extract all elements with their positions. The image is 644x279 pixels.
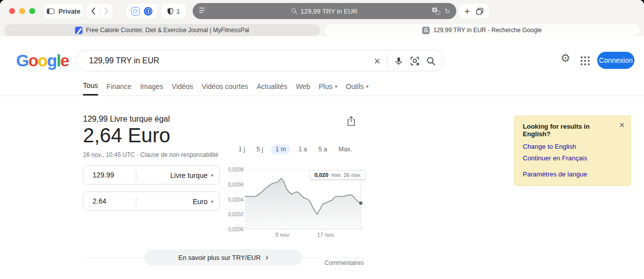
y-axis-tick-label: 0,0202 (224, 212, 244, 217)
privacy-report-badge[interactable]: 1 (161, 4, 186, 19)
browser-window: Private 1 (0, 0, 644, 279)
change-to-english-link[interactable]: Change to English (523, 143, 622, 150)
chevron-right-icon: › (266, 253, 268, 261)
google-apps-icon[interactable] (581, 56, 590, 65)
extensions-group (126, 4, 157, 19)
chevron-down-icon: ▾ (211, 173, 213, 178)
myfitnesspal-favicon (75, 27, 83, 34)
language-notice-box: ✕ Looking for results in English? Change… (514, 116, 631, 186)
mic-icon[interactable] (394, 56, 404, 66)
search-icon (291, 8, 297, 14)
private-browsing-badge[interactable]: Private (44, 4, 84, 19)
conversion-result: 2,64 Euro (83, 124, 170, 147)
chevron-right-icon (104, 8, 109, 15)
chevron-left-icon (91, 8, 96, 15)
range-button-5-j[interactable]: 5 j (253, 144, 267, 154)
range-button-1-j[interactable]: 1 j (235, 144, 249, 154)
y-axis-tick-label: 0,0200 (224, 227, 244, 232)
range-button-1-a[interactable]: 1 a (295, 144, 310, 154)
search-extension-icon[interactable] (131, 7, 140, 16)
browser-tab-google-search[interactable]: G 129,99 TRY in EUR - Recherche Google (324, 24, 640, 36)
reload-icon[interactable]: ↻ (444, 8, 450, 15)
browser-tab-myfitnesspal[interactable]: Free Calorie Counter, Diet & Exercise Jo… (4, 24, 320, 36)
range-button-1-m[interactable]: 1 m (271, 144, 291, 154)
close-icon[interactable]: ✕ (619, 122, 625, 129)
continue-in-french-link[interactable]: Continuer en Français (523, 154, 622, 162)
logo-letter: e (60, 51, 69, 70)
tab-actions-group: + (459, 4, 489, 19)
search-nav-tabs: TousFinanceImagesVidéosVidéos courtesAct… (83, 81, 369, 96)
chevron-down-icon: ▾ (366, 84, 369, 89)
logo-letter: o (28, 51, 38, 70)
tab-strip: Free Calorie Counter, Diet & Exercise Jo… (0, 22, 644, 36)
nav-tab-finance[interactable]: Finance (107, 81, 132, 96)
disclaimer-link[interactable]: Clause de non-responsabilité (140, 151, 218, 158)
logo-letter: o (38, 51, 47, 70)
share-icon[interactable] (346, 116, 356, 129)
reader-mode-icon[interactable] (199, 8, 205, 13)
conversion-timestamp: 26 nov., 10:45 UTC · Clause de non-respo… (83, 151, 218, 158)
forward-button[interactable] (100, 8, 113, 15)
language-settings-link[interactable]: Paramètres de langue (523, 170, 622, 178)
new-tab-button[interactable]: + (464, 7, 470, 16)
currency-to-select[interactable]: Euro ▾ (193, 192, 213, 211)
tab-title: Free Calorie Counter, Diet & Exercise Jo… (86, 27, 250, 34)
maximize-window-button[interactable] (29, 8, 35, 14)
chart-tooltip: 0,020 mer. 26 nov. (310, 170, 366, 179)
chevron-down-icon: ▾ (211, 199, 213, 204)
nav-tab-vid-os-courtes[interactable]: Vidéos courtes (202, 81, 248, 96)
nav-tab-vid-os[interactable]: Vidéos (172, 81, 193, 96)
nav-tab-web[interactable]: Web (296, 81, 310, 96)
chart-range-buttons: 1 j5 j1 m1 a5 aMax. (235, 144, 356, 154)
lens-icon[interactable] (410, 56, 420, 66)
history-nav-group (87, 4, 113, 19)
search-input[interactable]: 129,99 TRY in EUR (89, 56, 159, 65)
search-submit-icon[interactable] (426, 56, 436, 66)
logo-letter: G (16, 51, 28, 70)
amount-to-input[interactable] (92, 197, 134, 206)
learn-more-button[interactable]: En savoir plus sur TRY/EUR › (144, 249, 302, 265)
y-axis-tick-label: 0,0206 (224, 182, 244, 188)
close-window-button[interactable] (9, 8, 15, 14)
clear-search-icon[interactable]: × (374, 56, 380, 67)
address-bar[interactable]: 129,99 TRY in EUR A ↻ (193, 3, 456, 19)
shield-icon (167, 8, 174, 15)
amount-to-row: Euro ▾ (83, 192, 220, 211)
logo-letter: g (47, 51, 57, 70)
nav-divider (0, 96, 644, 96)
signin-button[interactable]: Connexion (597, 52, 634, 69)
nav-tab-actualit-s[interactable]: Actualités (257, 81, 287, 96)
nav-tab-images[interactable]: Images (140, 81, 163, 96)
x-axis-tick-label: 5 nov. (275, 232, 290, 238)
nav-tab-outils[interactable]: Outils▾ (346, 81, 368, 96)
password-manager-icon[interactable] (144, 7, 152, 16)
private-label: Private (58, 8, 80, 15)
google-logo[interactable]: Google (16, 51, 69, 70)
logo-letter: l (56, 51, 60, 70)
y-axis-tick-label: 0,0208 (224, 167, 244, 172)
google-favicon: G (422, 27, 430, 34)
nav-tab-plus[interactable]: Plus▾ (318, 81, 337, 96)
amount-from-input[interactable] (92, 170, 134, 179)
y-axis-tick-label: 0,0204 (224, 197, 244, 203)
tracker-count: 1 (176, 8, 180, 15)
tooltip-date: mer. 26 nov. (332, 172, 362, 178)
sidebar-icon (47, 9, 54, 14)
translate-icon[interactable]: A (432, 8, 440, 15)
currency-from-select[interactable]: Livre turque ▾ (171, 166, 213, 185)
language-notice-title: Looking for results in English? (523, 123, 613, 138)
nav-tab-tous[interactable]: Tous (83, 81, 98, 96)
tab-overview-icon[interactable] (476, 8, 484, 15)
amount-from-row: Livre turque ▾ (83, 165, 220, 184)
x-axis-tick-label: 17 nov. (317, 232, 335, 238)
tab-title: 129,99 TRY in EUR - Recherche Google (433, 27, 541, 34)
chevron-down-icon: ▾ (335, 84, 338, 89)
minimize-window-button[interactable] (19, 8, 25, 14)
back-button[interactable] (87, 8, 100, 15)
url-text: 129,99 TRY in EUR (300, 8, 357, 15)
range-button-max-[interactable]: Max. (335, 144, 356, 154)
conversion-equals-line: 129,99 Livre turque égal (83, 115, 170, 124)
range-button-5-a[interactable]: 5 a (315, 144, 331, 154)
feedback-link[interactable]: Commentaires (318, 259, 364, 266)
settings-gear-icon[interactable]: ⚙ (560, 53, 571, 64)
